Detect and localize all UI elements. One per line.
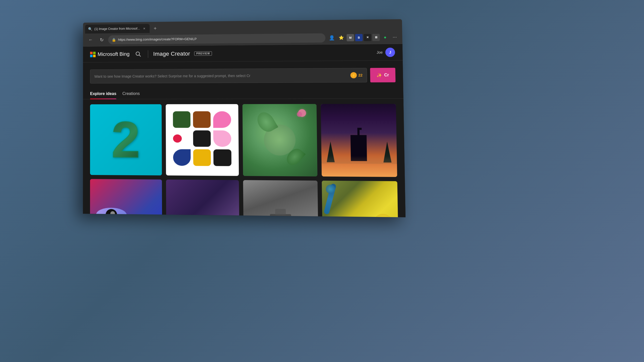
header-spacer	[216, 52, 372, 54]
user-area: Joe J	[377, 48, 395, 57]
image-card-purple[interactable]	[166, 179, 239, 217]
active-tab[interactable]: 🔍 (1) Image Creator from Microsof... ×	[85, 24, 149, 33]
tab-explore-ideas[interactable]: Explore ideas	[90, 88, 116, 99]
browser-window: 🔍 (1) Image Creator from Microsof... × +…	[83, 19, 406, 217]
number-display: 2	[111, 114, 140, 165]
shape-7	[173, 149, 191, 166]
content-tabs: Explore ideas Creations	[83, 87, 403, 99]
tab-creations[interactable]: Creations	[122, 88, 140, 99]
shape-3	[213, 111, 231, 128]
svg-line-5	[139, 55, 140, 56]
shape-1	[173, 111, 190, 128]
image-card-teal-number[interactable]: 2	[90, 104, 162, 175]
prompt-placeholder-text: Want to see how Image Creator works? Sel…	[94, 73, 347, 78]
page-content: Microsoft Bing Image Creator PREVIEW Joe…	[83, 44, 406, 217]
extension-blue-icon[interactable]: B	[355, 34, 363, 41]
microsoft-logo-icon	[90, 52, 96, 57]
svg-rect-3	[93, 55, 96, 57]
preview-badge: PREVIEW	[194, 51, 212, 56]
shape-2	[193, 111, 211, 128]
tab-title: (1) Image Creator from Microsof...	[94, 27, 140, 31]
prompt-area: Want to see how Image Creator works? Sel…	[83, 61, 403, 89]
shape-9	[214, 149, 231, 166]
settings-icon[interactable]: ⋯	[390, 33, 399, 41]
image-grid: 2	[83, 104, 406, 217]
svg-rect-1	[93, 52, 96, 54]
image-card-shapes[interactable]	[166, 104, 239, 176]
user-name: Joe	[377, 50, 383, 55]
site-header: Microsoft Bing Image Creator PREVIEW Joe…	[83, 44, 403, 63]
extension-m-icon[interactable]: M	[347, 34, 354, 41]
close-tab-button[interactable]: ×	[142, 26, 146, 31]
extension-green-dot-icon[interactable]: ●	[381, 33, 389, 41]
create-button[interactable]: ✨ Cr	[370, 68, 395, 82]
image-card-eye-makeup[interactable]	[90, 179, 162, 217]
header-divider	[148, 50, 148, 58]
image-card-succulent[interactable]	[243, 104, 317, 176]
bing-logo-text: Microsoft Bing	[98, 51, 130, 57]
create-button-icon: ✨	[377, 73, 382, 78]
url-text: https://www.bing.com/images/create?FORM=…	[118, 36, 322, 41]
shape-4	[173, 134, 182, 143]
shape-8	[193, 149, 211, 166]
star-icon[interactable]: ⭐	[337, 33, 346, 42]
lock-icon: 🔒	[112, 38, 116, 42]
shape-6	[213, 130, 231, 147]
search-button[interactable]	[134, 50, 143, 59]
image-card-castle[interactable]	[321, 104, 397, 177]
create-button-label: Cr	[384, 73, 389, 77]
coin-icon: ⚡	[350, 72, 357, 78]
address-bar[interactable]: 🔒 https://www.bing.com/images/create?FOR…	[108, 33, 326, 44]
search-icon	[135, 51, 141, 57]
reload-button[interactable]: ↻	[97, 35, 106, 44]
svg-rect-2	[90, 55, 93, 57]
coin-count: 22	[358, 73, 363, 77]
profile-icon[interactable]: 👤	[328, 34, 336, 42]
user-avatar[interactable]: J	[385, 48, 395, 57]
shape-5	[193, 130, 211, 147]
browser-actions: 👤 ⭐ M B ✕ ⊞ ● ⋯	[328, 33, 399, 42]
image-card-lemon[interactable]	[322, 181, 399, 217]
image-creator-title: Image Creator	[153, 50, 190, 57]
extension-x-icon[interactable]: ✕	[364, 34, 371, 41]
prompt-input-field[interactable]: Want to see how Image Creator works? Sel…	[90, 68, 367, 83]
new-tab-button[interactable]: +	[150, 24, 160, 33]
extension-grid-icon[interactable]: ⊞	[372, 34, 380, 41]
bing-logo[interactable]: Microsoft Bing	[90, 51, 130, 57]
back-button[interactable]: ←	[86, 35, 95, 44]
image-card-gray[interactable]	[243, 180, 318, 217]
svg-rect-0	[90, 52, 93, 54]
coin-area: ⚡ 22	[350, 72, 363, 78]
tab-favicon-icon: 🔍	[88, 27, 92, 31]
